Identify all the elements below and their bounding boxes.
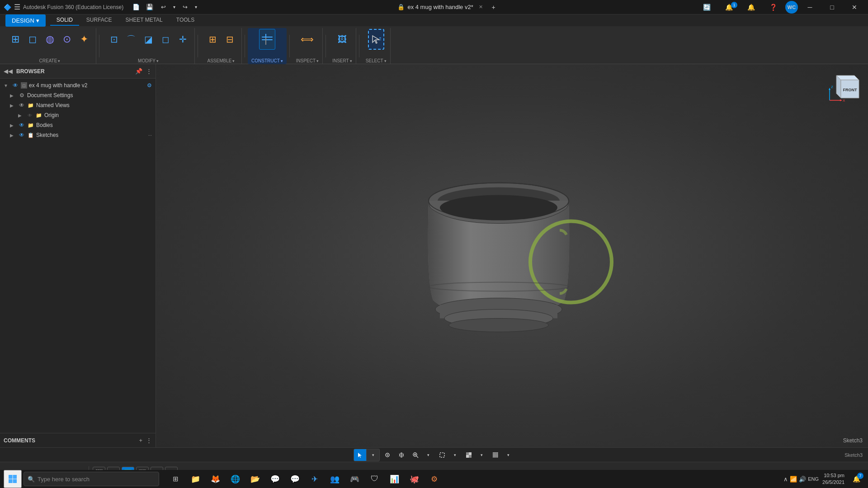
alerts-btn[interactable]: 🔔 <box>741 0 761 14</box>
design-button[interactable]: DESIGN ▾ <box>5 14 46 27</box>
freecad-icon[interactable]: ⚙ <box>425 470 443 488</box>
select-btn[interactable] <box>368 29 384 50</box>
named-views-eye-icon: 👁 <box>18 102 25 109</box>
github-icon[interactable]: 🐙 <box>405 470 423 488</box>
comments-more-btn[interactable]: ⋮ <box>146 437 152 444</box>
zoom-btn[interactable] <box>409 449 422 461</box>
modify-chamfer-btn[interactable]: ◪ <box>140 29 156 50</box>
browser-pin-btn[interactable]: 📌 <box>135 68 142 75</box>
tree-doc-settings[interactable]: ▶ ⚙ Document Settings <box>0 90 156 100</box>
cursor-arrow-btn[interactable]: ▾ <box>367 449 379 461</box>
undo-arrow-btn[interactable]: ▾ <box>170 0 178 14</box>
svg-text:X: X <box>843 99 845 103</box>
create-new-component-btn[interactable]: ⊞ <box>7 29 24 50</box>
assemble-arrow[interactable]: ▾ <box>232 59 235 63</box>
sololearn-icon[interactable]: 📊 <box>385 470 403 488</box>
antivirus-icon[interactable]: 🛡 <box>365 470 383 488</box>
modify-move-btn[interactable]: ✛ <box>175 29 191 50</box>
snap-btn[interactable] <box>381 449 394 461</box>
chrome-icon[interactable]: 🌐 <box>226 470 244 488</box>
inspect-btn[interactable]: ⟺ <box>299 29 316 50</box>
insert-arrow[interactable]: ▾ <box>350 59 352 63</box>
save-btn[interactable]: 💾 <box>143 0 156 14</box>
display-arrow-btn[interactable]: ▾ <box>475 449 488 461</box>
origin-arrow: ▶ <box>18 113 24 118</box>
systray-arrow[interactable]: ∧ <box>783 476 788 483</box>
notification-center-btn[interactable]: 🔔 7 <box>848 471 864 487</box>
assemble-btn1[interactable]: ⊞ <box>204 29 221 50</box>
zoom-arrow-btn[interactable]: ▾ <box>422 449 434 461</box>
user-avatar[interactable]: WC <box>785 1 798 14</box>
telegram-icon[interactable]: ✈ <box>306 470 324 488</box>
comments-add-btn[interactable]: + <box>139 437 142 444</box>
construct-main-btn[interactable] <box>259 29 275 50</box>
refresh-btn[interactable]: 🔄 <box>697 0 717 14</box>
tab-solid[interactable]: SOLID <box>50 15 79 26</box>
modify-press-pull-btn[interactable]: ⊡ <box>106 29 122 50</box>
tab-tools[interactable]: TOOLS <box>170 15 201 26</box>
taskbar-search-box[interactable]: 🔍 Type here to search <box>24 472 159 486</box>
tree-root-item[interactable]: ▼ 👁 □ ex 4 mug with handle v2 ⚙ <box>0 80 156 90</box>
tree-bodies[interactable]: ▶ 👁 📁 Bodies <box>0 120 156 130</box>
window-minimize-btn[interactable]: ─ <box>800 0 820 14</box>
viewcube[interactable]: FRONT Z X <box>827 69 863 105</box>
ribbon-content: ⊞ ◻ ◍ ⊙ ✦ CREATE ▾ <box>0 26 868 66</box>
help-btn[interactable]: ❓ <box>763 0 783 14</box>
browser-collapse-btn[interactable]: ◀◀ <box>4 68 13 75</box>
explorer-icon[interactable]: 📁 <box>186 470 204 488</box>
cursor-btn[interactable] <box>354 449 367 461</box>
inspect-arrow[interactable]: ▾ <box>316 59 319 63</box>
files-icon[interactable]: 📂 <box>246 470 264 488</box>
create-sweep-btn[interactable]: ⊙ <box>59 29 75 50</box>
select-arrow[interactable]: ▾ <box>384 59 387 63</box>
pan-btn[interactable] <box>395 449 408 461</box>
browser-more-btn[interactable]: ⋮ <box>146 68 152 75</box>
box-select-btn[interactable] <box>436 449 448 461</box>
tree-sketches[interactable]: ▶ 👁 📋 Sketches ··· <box>0 130 156 140</box>
whatsapp-icon[interactable]: 💬 <box>266 470 284 488</box>
modify-shell-btn[interactable]: ◻ <box>157 29 174 50</box>
tab-surface[interactable]: SURFACE <box>80 15 118 26</box>
construct-arrow[interactable]: ▾ <box>281 59 283 63</box>
modify-arrow[interactable]: ▾ <box>156 59 159 63</box>
sketches-arrow: ▶ <box>10 133 16 138</box>
create-arrow[interactable]: ▾ <box>58 59 60 63</box>
app-menu-icon[interactable]: ☰ <box>14 3 20 11</box>
doc-settings-arrow: ▶ <box>10 93 16 98</box>
create-loft-btn[interactable]: ✦ <box>76 29 92 50</box>
close-tab-btn[interactable]: ✕ <box>476 2 486 12</box>
modify-fillet-btn[interactable]: ⌒ <box>123 29 139 50</box>
insert-btn[interactable]: 🖼 <box>334 29 350 50</box>
create-extrude-btn[interactable]: ◻ <box>24 29 41 50</box>
start-button[interactable] <box>4 470 22 488</box>
teams-icon[interactable]: 👥 <box>326 470 344 488</box>
notification-btn[interactable]: 🔔 1 <box>719 0 739 14</box>
grid-btn[interactable] <box>489 449 502 461</box>
skype-icon[interactable]: 💬 <box>286 470 304 488</box>
grid-arrow-btn[interactable]: ▾ <box>502 449 514 461</box>
undo-btn[interactable]: ↩ <box>157 0 170 14</box>
display-mode-btn[interactable] <box>462 449 475 461</box>
root-settings-btn[interactable]: ⚙ <box>147 82 152 89</box>
window-maximize-btn[interactable]: □ <box>822 0 842 14</box>
box-select-arrow-btn[interactable]: ▾ <box>448 449 461 461</box>
tree-named-views[interactable]: ▶ 👁 📁 Named Views <box>0 100 156 110</box>
new-tab-btn[interactable]: + <box>489 2 499 12</box>
firefox-icon[interactable]: 🦊 <box>206 470 224 488</box>
doc-settings-label: Document Settings <box>27 92 152 99</box>
systray: ∧ 📶 🔊 ENG <box>783 476 819 483</box>
viewport[interactable]: FRONT Z X Sketch3 <box>156 64 868 447</box>
taskbar-clock[interactable]: 10:53 pm 26/5/2021 <box>822 472 844 486</box>
discord-icon[interactable]: 🎮 <box>345 470 363 488</box>
new-btn[interactable]: 📄 <box>130 0 142 14</box>
taskview-icon[interactable]: ⊞ <box>166 470 184 488</box>
tab-sheet-metal[interactable]: SHEET METAL <box>119 15 169 26</box>
svg-rect-57 <box>13 475 17 479</box>
window-close-btn[interactable]: ✕ <box>844 0 864 14</box>
redo-btn[interactable]: ↪ <box>179 0 191 14</box>
ribbon-tabs: DESIGN ▾ SOLID SURFACE SHEET METAL TOOLS <box>0 14 868 26</box>
tree-origin[interactable]: ▶ 👁 📁 Origin <box>0 110 156 120</box>
redo-arrow-btn[interactable]: ▾ <box>192 0 199 14</box>
assemble-btn2[interactable]: ⊟ <box>222 29 238 50</box>
create-revolve-btn[interactable]: ◍ <box>42 29 58 50</box>
